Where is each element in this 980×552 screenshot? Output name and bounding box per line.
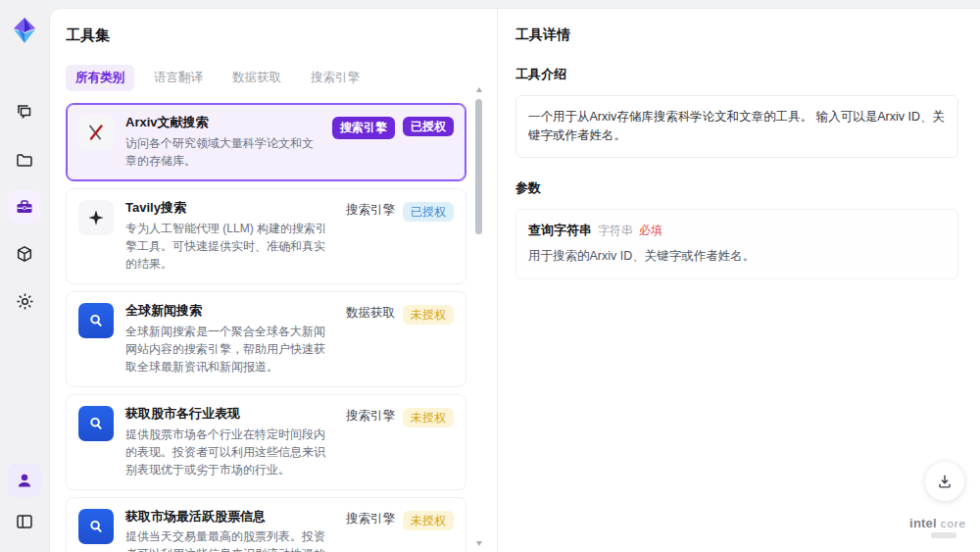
- category-badge: 搜索引擎: [332, 117, 395, 139]
- intro-text: 一个用于从Arxiv存储库搜索科学论文和文章的工具。 输入可以是Arxiv ID…: [515, 95, 958, 158]
- tab-data-fetch[interactable]: 数据获取: [222, 65, 291, 91]
- list-scrollbar[interactable]: [475, 87, 483, 546]
- folder-icon: [15, 150, 34, 170]
- tool-name: 全球新闻搜索: [125, 303, 334, 320]
- rail-bottom: [8, 464, 41, 538]
- download-icon: [936, 473, 954, 490]
- tool-card-most-active-stocks[interactable]: 获取市场最活跃股票信息 提供当天交易量最高的股票列表。投资者可以利用这些信息来识…: [66, 497, 466, 552]
- tool-card-global-news[interactable]: 全球新闻搜索 全球新闻搜索是一个聚合全球各大新闻网站内容的搜索引擎，帮助用户快速…: [66, 291, 466, 387]
- status-badge: 已授权: [403, 202, 454, 222]
- page-title: 工具集: [66, 26, 466, 45]
- tavily-logo-icon: [78, 200, 114, 235]
- core-wordmark: core: [941, 518, 966, 529]
- scrollbar-up-arrow-icon[interactable]: [476, 87, 482, 92]
- tool-name: Tavily搜索: [125, 200, 334, 217]
- user-icon: [15, 471, 34, 490]
- sidebar-item-toolbox[interactable]: [8, 190, 41, 224]
- scrollbar-down-arrow-icon[interactable]: [476, 541, 482, 546]
- tool-name: Arxiv文献搜索: [125, 115, 320, 131]
- search-logo-icon: [78, 406, 114, 441]
- intro-heading: 工具介绍: [515, 66, 958, 83]
- sidebar-item-settings[interactable]: [8, 284, 41, 318]
- tool-description: 专为人工智能代理 (LLM) 构建的搜索引擎工具。可快速提供实时、准确和真实的结…: [125, 220, 334, 273]
- tool-name: 获取市场最活跃股票信息: [125, 509, 334, 526]
- category-label: 搜索引擎: [346, 202, 395, 219]
- tool-card-sector-performance[interactable]: 获取股市各行业表现 提供股票市场各个行业在特定时间段内的表现。投资者可以利用这些…: [66, 394, 466, 490]
- status-badge: 未授权: [403, 305, 454, 325]
- panel-toggle-icon: [15, 512, 34, 531]
- category-label: 搜索引擎: [346, 511, 395, 527]
- param-item: 查询字符串 字符串 必填 用于搜索的Arxiv ID、关键字或作者姓名。: [515, 209, 958, 279]
- toolbox-icon: [15, 197, 34, 217]
- scrollbar-thumb[interactable]: [475, 99, 482, 234]
- param-required-flag: 必填: [639, 223, 662, 239]
- params-heading: 参数: [515, 179, 958, 197]
- param-description: 用于搜索的Arxiv ID、关键字或作者姓名。: [528, 248, 946, 265]
- app-rail: [0, 0, 49, 552]
- sidebar-item-files[interactable]: [8, 143, 41, 176]
- tool-name: 获取股市各行业表现: [125, 406, 334, 423]
- tool-card-tavily[interactable]: Tavily搜索 专为人工智能代理 (LLM) 构建的搜索引擎工具。可快速提供实…: [66, 188, 466, 284]
- tool-detail-panel: 工具详情 工具介绍 一个用于从Arxiv存储库搜索科学论文和文章的工具。 输入可…: [497, 9, 980, 552]
- intel-core-logo: intel core: [909, 517, 966, 538]
- tool-card-arxiv[interactable]: Arxiv文献搜索 访问各个研究领域大量科学论文和文章的存储库。 搜索引擎 已授…: [66, 103, 466, 181]
- tab-search-engine[interactable]: 搜索引擎: [301, 65, 369, 91]
- rail-nav: [8, 96, 41, 318]
- param-type: 字符串: [598, 223, 633, 239]
- download-button[interactable]: [925, 462, 964, 501]
- intel-wordmark: intel: [909, 516, 937, 530]
- gear-icon: [15, 291, 35, 312]
- param-name: 查询字符串: [528, 222, 592, 239]
- category-tabs: 所有类别 语言翻译 数据获取 搜索引擎: [66, 65, 466, 91]
- search-logo-icon: [78, 509, 114, 544]
- sidebar-item-packages[interactable]: [8, 237, 41, 271]
- tool-description: 提供股票市场各个行业在特定时间段内的表现。投资者可以利用这些信息来识别表现优于或…: [125, 426, 334, 478]
- intel-logo-sub-badge: [931, 532, 956, 538]
- sidebar-item-chat[interactable]: [8, 96, 41, 129]
- sidebar-item-collapse[interactable]: [8, 505, 41, 538]
- detail-title: 工具详情: [515, 26, 958, 44]
- status-badge: 未授权: [403, 408, 454, 427]
- tool-list-panel: 工具集 所有类别 语言翻译 数据获取 搜索引擎 Arxiv文献搜索 访问各个研究…: [50, 9, 496, 552]
- app-logo-icon[interactable]: [10, 16, 39, 45]
- status-badge: 未授权: [403, 511, 454, 530]
- chat-icon: [15, 103, 34, 123]
- arxiv-logo-icon: [78, 115, 114, 150]
- search-logo-icon: [78, 303, 114, 338]
- tool-description: 提供当天交易量最高的股票列表。投资者可以利用这些信息来识别流动性强的股票和潜在的…: [125, 527, 334, 552]
- tab-translation[interactable]: 语言翻译: [144, 65, 213, 91]
- category-label: 搜索引擎: [346, 408, 395, 425]
- main-surface: 工具集 所有类别 语言翻译 数据获取 搜索引擎 Arxiv文献搜索 访问各个研究…: [49, 8, 980, 552]
- category-label: 数据获取: [346, 305, 395, 322]
- tab-all-categories[interactable]: 所有类别: [66, 65, 134, 91]
- tool-description: 全球新闻搜索是一个聚合全球各大新闻网站内容的搜索引擎，帮助用户快速获取全球最新资…: [125, 323, 334, 376]
- cube-icon: [15, 244, 34, 264]
- tool-card-list: Arxiv文献搜索 访问各个研究领域大量科学论文和文章的存储库。 搜索引擎 已授…: [66, 103, 466, 552]
- sidebar-item-profile[interactable]: [8, 464, 41, 497]
- tool-description: 访问各个研究领域大量科学论文和文章的存储库。: [125, 134, 320, 170]
- status-badge: 已授权: [403, 117, 454, 136]
